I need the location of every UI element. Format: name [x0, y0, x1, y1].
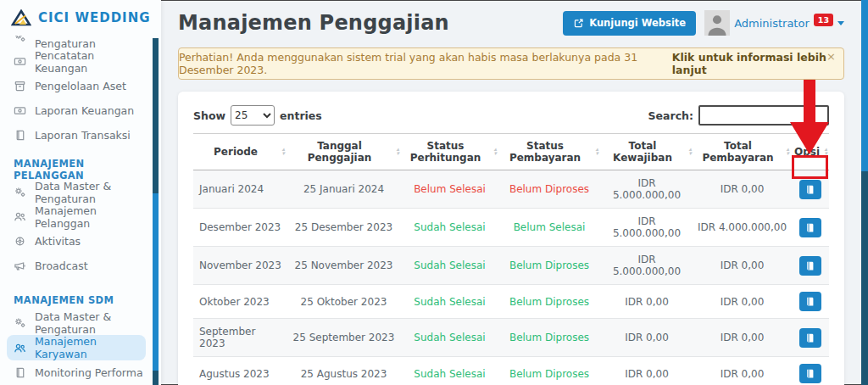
- show-label: Show: [193, 109, 225, 122]
- cell-periode: Desember 2023: [193, 209, 287, 247]
- entries-label: entries: [280, 109, 322, 122]
- sort-icon: ▴▾: [824, 148, 827, 156]
- page-scrollbar[interactable]: [861, 0, 868, 385]
- cogs-icon: [14, 186, 26, 198]
- page-scrollbar-thumb[interactable]: [861, 0, 868, 171]
- sidebar-item[interactable]: Laporan Transaksi: [0, 123, 153, 148]
- payroll-table-card: Show 25 entries Search: Periode ▴▾ Tangg…: [178, 92, 844, 385]
- sidebar-item[interactable]: Monitoring Performa: [0, 360, 153, 385]
- cell-total-pembayaran: IDR 0,00: [693, 357, 791, 385]
- search-label: Search:: [648, 109, 693, 122]
- cell-status-perhitungan: Sudah Selesai: [401, 357, 498, 385]
- megaphone-icon: [14, 259, 26, 272]
- sidebar-item-label: Monitoring Performa: [35, 366, 143, 379]
- column-header[interactable]: Total Kewajiban ▴▾: [600, 134, 693, 170]
- cell-periode: November 2023: [193, 247, 287, 285]
- user-menu[interactable]: Administrator 13: [704, 9, 844, 36]
- alert-text: Perhatian! Anda menggunakan sistem trial…: [179, 51, 669, 76]
- book-icon: [804, 332, 815, 343]
- sort-icon: ▴▾: [281, 148, 285, 156]
- table-row: Januari 2024 25 Januari 2024 Belum Seles…: [193, 170, 829, 209]
- visit-website-button[interactable]: Kunjungi Website: [563, 11, 696, 36]
- sort-icon: ▴▾: [493, 148, 497, 156]
- cell-tanggal-penggajian: 25 Januari 2024: [287, 170, 401, 209]
- cell-status-pembayaran: Belum Diproses: [498, 319, 600, 357]
- detail-button[interactable]: [799, 180, 821, 199]
- sidebar-scrollbar[interactable]: [153, 38, 159, 385]
- column-header[interactable]: Opsi ▴▾: [791, 134, 829, 170]
- sidebar-item[interactable]: Laporan Keuangan: [0, 98, 153, 123]
- notification-badge: 13: [814, 14, 833, 26]
- cell-total-pembayaran: IDR 0,00: [693, 247, 791, 285]
- sidebar-item[interactable]: Manajemen Karyawan: [7, 335, 146, 360]
- sidebar-item[interactable]: Data Master & Pengaturan: [0, 180, 153, 204]
- table-row: November 2023 25 November 2023 Sudah Sel…: [193, 247, 829, 285]
- sidebar-item[interactable]: Manajemen Pelanggan: [0, 204, 153, 229]
- user-name: Administrator: [734, 17, 810, 30]
- cell-status-pembayaran: Belum Selesai: [498, 209, 600, 247]
- payroll-table: Periode ▴▾ Tanggal Penggajian ▴▾ Status …: [193, 133, 829, 385]
- book-icon: [804, 184, 815, 195]
- brand[interactable]: CICI WEDDING: [0, 0, 153, 36]
- sidebar-item-label: Data Master & Pengaturan: [35, 180, 144, 205]
- cell-periode: September 2023: [193, 319, 287, 357]
- column-header[interactable]: Status Pembayaran ▴▾: [498, 134, 600, 170]
- book-icon: [804, 296, 815, 307]
- sidebar-scrollbar-thumb[interactable]: [153, 38, 159, 193]
- sidebar-item-label: Manajemen Karyawan: [35, 335, 144, 360]
- sidebar-item[interactable]: Pencatatan Keuangan: [0, 49, 153, 74]
- detail-button[interactable]: [799, 218, 821, 237]
- sidebar-item[interactable]: Broadcast: [0, 254, 153, 278]
- sidebar-item-label: Aktivitas: [35, 235, 81, 248]
- sort-icon: ▴▾: [786, 148, 789, 156]
- cell-total-kewajiban: IDR 0,00: [600, 319, 693, 357]
- sidebar: CICI WEDDING Data Master & Pengaturan Pe…: [0, 0, 161, 385]
- detail-button[interactable]: [799, 256, 821, 276]
- detail-button[interactable]: [799, 292, 821, 311]
- sidebar-section-heading: MANAJEMEN SDM: [0, 290, 153, 310]
- cell-total-pembayaran: IDR 0,00: [693, 285, 791, 319]
- triangle-logo-icon: [11, 9, 31, 26]
- sidebar-menu: Data Master & Pengaturan Pencatatan Keua…: [0, 36, 153, 385]
- book-icon: [14, 129, 26, 142]
- page-length-select[interactable]: 25: [231, 105, 275, 126]
- cell-status-perhitungan: Sudah Selesai: [401, 285, 498, 319]
- column-header[interactable]: Tanggal Penggajian ▴▾: [287, 134, 401, 170]
- column-header[interactable]: Status Perhitungan ▴▾: [401, 134, 498, 170]
- chevron-down-icon: [837, 21, 844, 25]
- cell-tanggal-penggajian: 25 Desember 2023: [287, 209, 401, 247]
- cogs-icon: [14, 316, 26, 329]
- cell-total-kewajiban: IDR 0,00: [600, 285, 693, 319]
- cell-total-kewajiban: IDR 5.000.000,00: [600, 209, 693, 247]
- box-icon: [14, 80, 26, 92]
- detail-button[interactable]: [799, 364, 821, 383]
- sidebar-item-label: Broadcast: [35, 259, 88, 272]
- sort-icon: ▴▾: [396, 148, 399, 156]
- cell-status-pembayaran: Belum Diproses: [498, 247, 600, 285]
- alert-link[interactable]: Klik untuk informasi lebih lanjut: [672, 51, 843, 76]
- detail-button[interactable]: [799, 328, 821, 348]
- sidebar-item[interactable]: Pengelolaan Aset: [0, 74, 153, 98]
- book-icon: [804, 368, 815, 379]
- sort-icon: ▴▾: [688, 148, 692, 156]
- avatar: [704, 9, 730, 36]
- cell-status-pembayaran: Belum Diproses: [498, 285, 600, 319]
- sort-icon: ▴▾: [595, 148, 598, 156]
- close-icon[interactable]: ×: [826, 50, 836, 63]
- column-header[interactable]: Periode ▴▾: [193, 134, 287, 170]
- table-row: September 2023 25 September 2023 Sudah S…: [193, 319, 829, 357]
- sidebar-item[interactable]: Data Master & Pengaturan: [0, 310, 153, 335]
- cell-status-perhitungan: Sudah Selesai: [401, 247, 498, 285]
- sidebar-item-label: Pengelolaan Aset: [35, 80, 126, 92]
- sidebar-item-label: Manajemen Pelanggan: [35, 204, 144, 230]
- topbar: Manajemen Penggajian Kunjungi Website Ad…: [178, 0, 844, 39]
- trial-alert: Perhatian! Anda menggunakan sistem trial…: [178, 47, 844, 80]
- users-icon: [14, 210, 26, 223]
- cell-total-kewajiban: IDR 5.000.000,00: [600, 170, 693, 209]
- cell-tanggal-penggajian: 25 Oktober 2023: [287, 285, 401, 319]
- sidebar-item[interactable]: Aktivitas: [0, 229, 153, 254]
- search-input[interactable]: [698, 105, 829, 126]
- cell-total-pembayaran: IDR 0,00: [693, 319, 791, 357]
- banknote-icon: [14, 55, 26, 68]
- column-header[interactable]: Total Pembayaran ▴▾: [693, 134, 791, 170]
